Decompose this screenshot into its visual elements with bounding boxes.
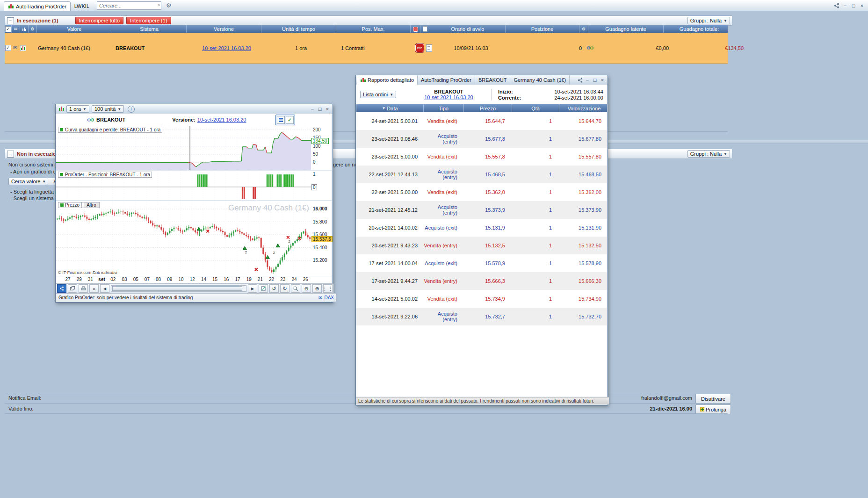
timeframe-dropdown[interactable]: 1 ora▼ [66,105,89,113]
order-row[interactable]: 20-set-2021 14.00.02Acquisto (exit)15.13… [356,219,607,237]
units-dropdown[interactable]: 100 unità▼ [92,105,124,113]
header-data[interactable]: ▼Data [356,104,423,112]
extend-button[interactable]: Prolunga [695,404,731,414]
tab-rapporto-dettagliato[interactable]: Rapporto dettagliato [357,75,418,85]
share-icon[interactable] [833,2,840,9]
version-link[interactable]: 10-set-2021 16.03.20 [197,117,246,123]
maximize-icon[interactable]: □ [317,106,323,112]
header-pos-max[interactable]: Pos. Max. [336,25,410,33]
tab-autotrading-proorder[interactable]: AutoTrading ProOrder [4,1,71,11]
tab-prezzo[interactable]: Prezzo [58,202,82,208]
close-icon[interactable]: × [324,106,331,112]
groups-dropdown-idle[interactable]: Gruppi : Nulla▼ [687,150,730,158]
instrument-link[interactable]: DAX [324,295,334,300]
equity-curve-pane[interactable]: Curva guadagni e perdite: BREAKOUT - 1 o… [56,126,332,170]
zoom-in-icon[interactable]: ⊕ [312,284,322,293]
undo-icon[interactable]: ↺ [269,284,279,293]
groups-dropdown[interactable]: Gruppi : Nulla▼ [687,17,730,24]
positions-pane[interactable]: ProOrder - Posizioni: BREAKOUT - 1 ora 1… [56,171,332,200]
maximize-icon[interactable]: □ [850,2,857,9]
close-icon[interactable]: × [859,2,865,9]
fit-chart-icon[interactable] [259,284,268,293]
order-row[interactable]: 23-set-2021 5.00.00Vendita (exit)15.557,… [356,148,607,166]
order-row[interactable]: 24-set-2021 5.00.01Vendita (exit)15.644,… [356,112,607,130]
orders-list-dropdown[interactable]: Lista ordini▼ [360,91,396,98]
duplicate-chart-icon[interactable] [68,284,77,293]
scrollbar-thumb[interactable] [112,286,242,291]
tab-autotrading-proorder[interactable]: AutoTrading ProOrder [418,75,475,85]
order-cell: 1 [511,172,557,177]
stop-all-button[interactable]: Interrompere tutto [75,17,123,24]
stop-icon[interactable]: STOP [415,43,424,52]
header-sistema[interactable]: Sistema [112,25,186,33]
equity-view-icon[interactable]: ✓ [286,116,294,124]
groups-label: Gruppi : Nulla [690,18,722,23]
open-chart-icon[interactable] [19,33,27,63]
tab-germany40[interactable]: Germany 40 Cash (1€) [510,75,570,85]
zoom-select-icon[interactable] [291,284,300,293]
tab-breakout[interactable]: BREAKOUT [475,75,511,85]
disable-button[interactable]: Disattivare [695,394,731,404]
running-system-row[interactable]: ✓ ✉ Germany 40 Cash (1€) BREAKOUT 10-set… [5,33,728,64]
select-all-checkbox[interactable]: ✓ [5,26,11,32]
chart-scrollbar[interactable] [111,285,246,292]
mail-icon[interactable]: ✉ [318,295,322,300]
header-orario-avvio[interactable]: Orario di avvio [430,25,505,33]
clear-search-icon[interactable]: × [158,2,160,7]
more-options-icon[interactable]: ⋮⋮ [323,284,333,293]
header-guadagno-totale[interactable]: Guadagno totale: [663,25,735,33]
header-qta[interactable]: Qtà [512,104,559,112]
minimize-icon[interactable]: − [584,77,591,83]
header-valorizzazione[interactable]: Valorizzazione [559,104,609,112]
header-guadagno-latente[interactable]: Guadagno latente [588,25,663,33]
share-chart-icon[interactable] [57,284,66,293]
gears-icon[interactable]: ⚙⚙ [586,45,593,51]
header-unita-di-tempo[interactable]: Unità di tempo [261,25,336,33]
minimize-icon[interactable]: − [842,2,848,9]
mail-alert-icon[interactable]: ✉ [11,33,19,63]
redo-icon[interactable]: ↻ [280,284,289,293]
order-row[interactable]: 17-set-2021 14.00.04Acquisto (exit)15.57… [356,254,607,272]
scroll-left-icon[interactable]: ◀ [100,284,109,293]
order-row[interactable]: 13-set-2021 9.22.06Acquisto (entry)15.73… [356,308,607,325]
order-row[interactable]: 20-set-2021 9.43.23Vendita (entry)15.132… [356,237,607,254]
row-version-link[interactable]: 10-set-2021 16.03.20 [202,45,251,51]
header-versione[interactable]: Versione [186,25,261,33]
search-value-dropdown[interactable]: Cerca valore▼ [8,178,49,185]
stop-selected-button[interactable]: Interrompere (1) [126,17,171,24]
close-icon[interactable]: × [599,77,606,83]
order-row[interactable]: 21-set-2021 12.45.12Acquisto (entry)15.3… [356,201,607,219]
legend-label: Curva guadagni e perdite: BREAKOUT - 1 o… [65,127,160,132]
row-checkbox[interactable]: ✓ [5,45,11,51]
info-icon[interactable]: i [128,106,135,113]
zoom-out-icon[interactable]: ⊖ [302,284,311,293]
page-back-icon[interactable]: « [89,284,99,293]
order-row[interactable]: 23-set-2021 9.08.46Acquisto (entry)15.67… [356,130,607,148]
report-window-titlebar[interactable]: Rapporto dettagliato AutoTrading ProOrde… [356,75,608,85]
order-row[interactable]: 22-set-2021 12.44.13Acquisto (entry)15.4… [356,166,607,183]
order-row[interactable]: 22-set-2021 5.00.00Vendita (exit)15.362,… [356,183,607,201]
tab-altro[interactable]: Altro [84,202,99,208]
header-tipo[interactable]: Tipo [423,104,463,112]
share-icon[interactable] [577,77,583,83]
order-row[interactable]: 14-set-2021 5.00.02Vendita (exit)15.734,… [356,290,607,308]
minimize-icon[interactable]: − [309,106,316,112]
order-row[interactable]: 17-set-2021 9.44.27Vendita (entry)15.666… [356,272,607,290]
collapse-running-icon[interactable]: − [7,17,14,24]
report-view-icon[interactable] [277,116,285,124]
print-chart-icon[interactable] [79,284,88,293]
tools-wrench-icon[interactable]: ⚙ [166,2,172,9]
search-input[interactable] [97,1,161,10]
tab-lwkil[interactable]: LWKIL [71,1,93,11]
scroll-right-icon[interactable]: ▶ [248,284,257,293]
maximize-icon[interactable]: □ [592,77,598,83]
collapse-idle-icon[interactable]: − [7,151,14,158]
header-valore[interactable]: Valore [36,25,112,33]
chart-window-titlebar[interactable]: 1 ora▼ 100 unità▼ i − □ × [56,104,333,114]
price-pane[interactable]: 222 Prezzo Altro Germany 40 Cash (1€) © … [56,201,332,276]
report-doc-icon[interactable] [426,44,432,52]
row-guadagno-totale: €134,50 [673,33,747,63]
header-prezzo[interactable]: Prezzo [463,104,512,112]
header-posizione[interactable]: Posizione [505,25,579,33]
report-version-link[interactable]: 10-set-2021 16.03.20 [424,94,473,100]
